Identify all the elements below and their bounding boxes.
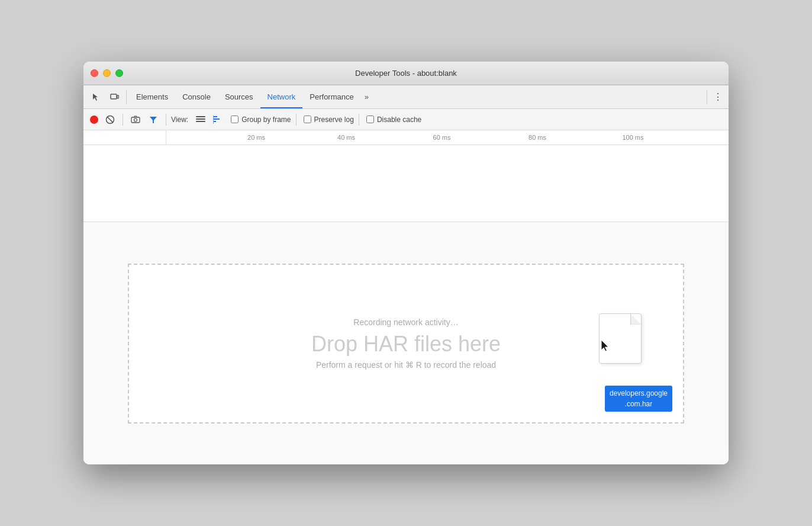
tick-20ms: 20 ms — [247, 134, 265, 141]
tab-sources[interactable]: Sources — [218, 85, 260, 108]
svg-rect-4 — [131, 117, 140, 123]
disable-cache-checkbox[interactable] — [366, 116, 374, 123]
record-circle-icon — [90, 116, 98, 124]
more-options-button[interactable]: ⋮ — [710, 89, 726, 105]
svg-rect-11 — [214, 121, 216, 122]
waterfall-icon — [213, 116, 224, 124]
view-label: View: — [171, 116, 188, 124]
file-icon-container — [599, 313, 642, 364]
waterfall-view-button[interactable] — [211, 112, 226, 127]
svg-rect-7 — [196, 118, 205, 120]
har-tooltip: developers.google .com.har — [605, 386, 672, 412]
tick-80ms: 80 ms — [529, 134, 546, 141]
close-button[interactable] — [91, 69, 98, 77]
toolbar-divider-2 — [166, 114, 166, 126]
filter-icon — [149, 115, 158, 124]
tab-console[interactable]: Console — [175, 85, 218, 108]
har-tooltip-line2: .com.har — [610, 399, 668, 409]
drop-zone-content: Recording network activity… Drop HAR fil… — [311, 317, 501, 370]
screenshot-button[interactable] — [128, 112, 143, 127]
network-content: Recording network activity… Drop HAR fil… — [83, 145, 729, 464]
devtools-window: Developer Tools - about:blank Elements C… — [83, 62, 729, 464]
svg-rect-9 — [214, 116, 217, 117]
group-by-frame-checkbox[interactable] — [231, 116, 239, 123]
perform-text: Perform a request or hit ⌘ R to record t… — [316, 360, 496, 370]
list-view-button[interactable] — [193, 112, 208, 127]
title-bar: Developer Tools - about:blank — [83, 62, 729, 85]
recording-text: Recording network activity… — [353, 317, 458, 327]
devtools-tabs-bar: Elements Console Sources Network Perform… — [83, 85, 729, 109]
toolbar-divider-1 — [123, 114, 123, 126]
device-toggle-button[interactable] — [105, 88, 124, 107]
svg-rect-8 — [196, 121, 205, 122]
group-by-frame-checkbox-group: Group by frame — [231, 116, 291, 124]
file-icon — [599, 313, 642, 364]
ruler-ticks: 20 ms 40 ms 60 ms 80 ms 100 ms — [166, 130, 729, 145]
svg-rect-10 — [214, 118, 220, 120]
list-view-icon — [196, 116, 205, 124]
drop-zone-border: Recording network activity… Drop HAR fil… — [128, 264, 684, 424]
tab-divider-right — [707, 90, 707, 104]
window-controls — [91, 69, 123, 77]
network-toolbar: View: Group by frame Preserv — [83, 109, 729, 130]
svg-point-5 — [134, 118, 137, 121]
ruler-spacer — [83, 130, 166, 145]
cursor-icon — [91, 92, 100, 102]
tab-elements[interactable]: Elements — [129, 85, 175, 108]
tab-divider-left — [126, 90, 127, 104]
svg-line-3 — [107, 117, 113, 123]
filter-button[interactable] — [146, 112, 161, 127]
camera-icon — [131, 115, 140, 124]
disable-cache-label: Disable cache — [377, 116, 421, 124]
tick-100ms: 100 ms — [622, 134, 643, 141]
svg-rect-0 — [111, 94, 117, 99]
preserve-log-checkbox-group: Preserve log — [304, 116, 354, 124]
tab-overflow-button[interactable]: » — [361, 92, 372, 101]
tab-network[interactable]: Network — [260, 85, 303, 108]
group-by-frame-label: Group by frame — [241, 116, 291, 124]
toolbar-divider-3 — [296, 114, 297, 126]
file-icon-body — [599, 313, 642, 364]
file-icon-fold — [630, 314, 641, 325]
har-tooltip-line1: developers.google — [610, 388, 668, 399]
preserve-log-checkbox[interactable] — [304, 116, 311, 123]
drop-har-text: Drop HAR files here — [311, 332, 501, 357]
record-button[interactable] — [88, 114, 100, 126]
maximize-button[interactable] — [115, 69, 123, 77]
toolbar-divider-4 — [359, 114, 359, 126]
disable-cache-checkbox-group: Disable cache — [366, 116, 421, 124]
tick-60ms: 60 ms — [433, 134, 451, 141]
clear-button[interactable] — [102, 112, 118, 127]
minimize-button[interactable] — [103, 69, 111, 77]
svg-rect-1 — [117, 95, 119, 98]
clear-icon — [105, 115, 115, 124]
drop-zone-area[interactable]: Recording network activity… Drop HAR fil… — [83, 222, 729, 464]
svg-rect-6 — [196, 116, 205, 117]
request-list-area — [83, 145, 729, 222]
inspect-element-button[interactable] — [86, 88, 105, 107]
timeline-ruler: 20 ms 40 ms 60 ms 80 ms 100 ms — [83, 130, 729, 145]
cursor-svg — [599, 339, 611, 354]
tab-performance[interactable]: Performance — [302, 85, 360, 108]
preserve-log-label: Preserve log — [314, 116, 354, 124]
cursor-icon-overlay — [599, 339, 611, 356]
tick-40ms: 40 ms — [337, 134, 355, 141]
window-title: Developer Tools - about:blank — [355, 69, 457, 78]
device-icon — [109, 92, 119, 102]
more-dots-icon: ⋮ — [713, 91, 723, 102]
